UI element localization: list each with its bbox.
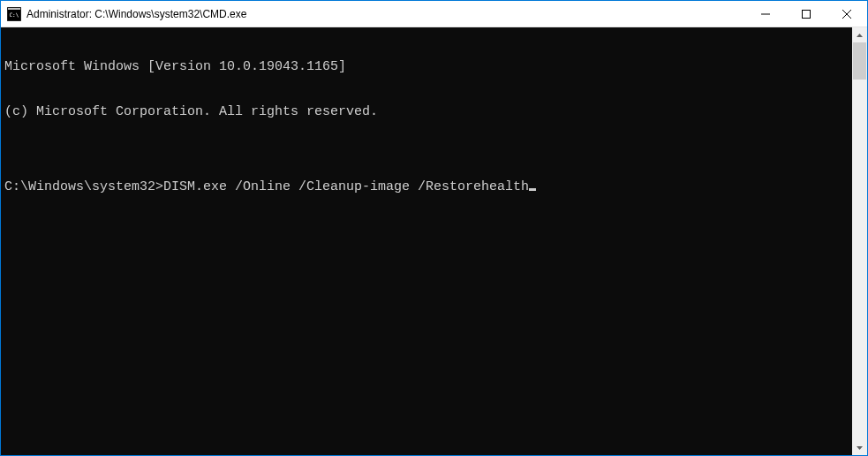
command-prompt-window: C:\ Administrator: C:\Windows\system32\C… [1,1,867,455]
vertical-scrollbar[interactable] [852,27,867,455]
svg-text:C:\: C:\ [10,11,19,17]
svg-rect-4 [803,10,811,18]
output-line: (c) Microsoft Corporation. All rights re… [4,104,852,119]
close-button[interactable] [826,1,867,27]
scrollbar-thumb[interactable] [853,42,866,80]
command-line: C:\Windows\system32>DISM.exe /Online /Cl… [4,179,852,194]
terminal-area: Microsoft Windows [Version 10.0.19043.11… [1,27,867,455]
svg-marker-8 [857,446,863,450]
window-controls [745,1,867,27]
titlebar[interactable]: C:\ Administrator: C:\Windows\system32\C… [1,1,867,27]
terminal-output[interactable]: Microsoft Windows [Version 10.0.19043.11… [1,27,852,455]
svg-marker-7 [857,34,863,37]
scroll-up-button[interactable] [852,27,867,42]
minimize-button[interactable] [745,1,786,27]
prompt: C:\Windows\system32> [4,179,163,194]
command-input[interactable]: DISM.exe /Online /Cleanup-image /Restore… [163,179,529,194]
scroll-down-button[interactable] [852,440,867,455]
scrollbar-track[interactable] [852,42,867,440]
output-line: Microsoft Windows [Version 10.0.19043.11… [4,59,852,74]
cursor [529,188,536,191]
maximize-button[interactable] [786,1,826,27]
cmd-icon: C:\ [7,7,21,21]
svg-rect-1 [8,8,20,10]
window-title: Administrator: C:\Windows\system32\CMD.e… [26,8,745,20]
